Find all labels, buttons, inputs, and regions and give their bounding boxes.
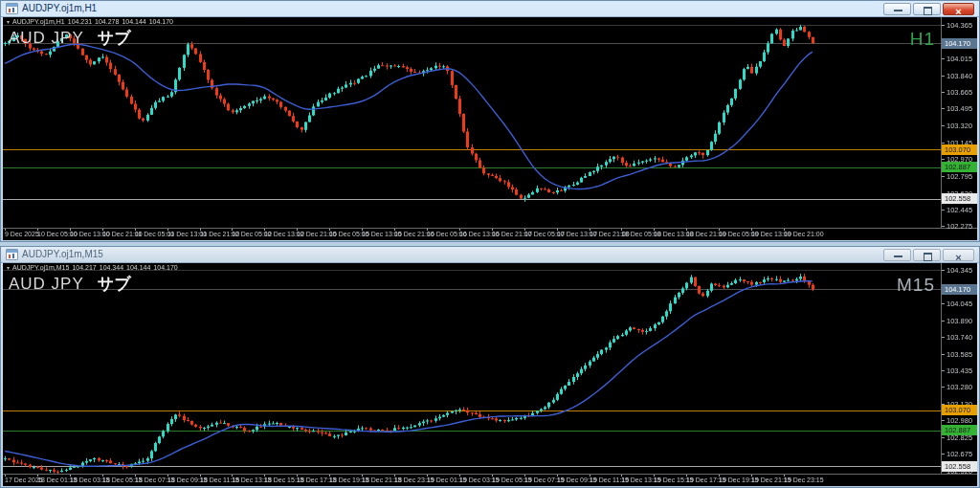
price-tick-label: 103.495 [947,104,972,113]
price-tick-label: 103.665 [947,88,972,97]
price-badge: 102.887 [942,162,977,172]
price-tick-mark [942,354,945,355]
close-button[interactable]: × [943,249,974,261]
price-badge: 102.887 [942,425,977,435]
price-axis[interactable]: 104.345104.045103.890103.740103.585103.4… [942,263,977,474]
high-value: 104.278 [95,18,119,25]
watermark-sub: サブ [98,275,131,293]
price-tick-mark [942,337,945,338]
price-tick-mark [942,420,945,421]
price-tick-mark [942,210,945,211]
time-axis[interactable]: 9 Dec 202510 Dec 05:0010 Dec 13:0010 Dec… [3,229,977,240]
chart-watermark: AUD JPYサブ [9,273,131,295]
price-tick-label: 104.345 [947,266,972,275]
price-badge: 102.558 [942,193,977,204]
watermark-symbol: AUD JPY [9,29,84,47]
ohlc-info-line: ▾AUDJPY.oj1m,H1104.231104.278104.144104.… [7,18,176,25]
close-icon: × [955,252,961,263]
restore-button[interactable] [913,249,941,261]
price-tick-label: 103.320 [947,122,972,130]
price-tick-mark [942,387,945,388]
price-tick-mark [942,125,945,126]
chart-area-m15[interactable]: ▾AUDJPY.oj1m,M15104.217104.344104.144104… [3,263,977,486]
chart-watermark: AUD JPYサブ [9,27,131,49]
price-tick-label: 103.890 [947,317,972,325]
chart-window-m15: AUDJPY.oj1m,M15 × ▾AUDJPY.oj1m,M15104.21… [0,246,980,488]
close-value: 104.170 [149,18,173,25]
window-controls: × [883,249,976,261]
price-tick-label: 103.585 [947,350,972,359]
close-value: 104.170 [153,264,177,271]
price-badge: 104.170 [942,38,977,49]
price-badge: 104.170 [942,284,977,295]
time-axis[interactable]: 17 Dec 202518 Dec 01:1518 Dec 03:1518 De… [3,475,977,486]
price-tick-label: 104.045 [947,299,972,308]
candlestick-canvas-m15[interactable] [3,263,941,474]
price-badge: 103.070 [942,144,977,155]
price-tick-mark [942,176,945,177]
symbol-label: AUDJPY.oj1m,M15 [12,264,69,271]
price-tick-label: 103.280 [947,383,972,391]
price-axis[interactable]: 104.365104.015103.840103.665103.495103.3… [942,17,977,228]
minimize-button[interactable] [883,3,911,15]
price-tick-label: 102.675 [947,450,972,458]
price-tick-mark [942,321,945,322]
low-value: 104.144 [122,18,145,25]
price-tick-mark [942,370,945,371]
high-value: 104.344 [100,264,123,271]
price-tick-mark [942,143,945,144]
price-tick-label: 103.740 [947,333,972,342]
symbol-label: AUDJPY.oj1m,H1 [12,18,65,25]
price-tick-label: 104.365 [947,21,972,30]
watermark-sub: サブ [98,29,131,47]
minimize-icon [894,255,902,257]
candlestick-canvas-h1[interactable] [3,17,941,228]
window-title: AUDJPY.oj1m,M15 [22,247,883,262]
price-tick-mark [942,58,945,59]
price-tick-mark [942,25,945,26]
ohlc-info-line: ▾AUDJPY.oj1m,M15104.217104.344104.144104… [7,264,181,271]
price-tick-mark [942,92,945,93]
timeframe-label-h1: H1 [910,29,935,50]
close-icon: × [955,6,961,17]
minimize-icon [894,10,902,11]
price-tick-mark [942,226,945,227]
price-tick-mark [942,437,945,438]
price-tick-label: 102.445 [947,206,972,214]
time-tick-label: 19 Dec 21:00 [784,231,824,237]
price-tick-mark [942,76,945,77]
restore-button[interactable] [913,3,941,15]
price-tick-label: 102.980 [947,416,972,425]
price-badge: 103.070 [942,405,977,415]
timeframe-label-m15: M15 [897,275,935,296]
restore-icon [924,253,932,261]
price-tick-mark [942,303,945,304]
window-controls: × [883,3,976,15]
time-tick-label: 19 Dec 23:15 [784,477,824,483]
price-tick-label: 103.435 [947,366,972,375]
window-title: AUDJPY.oj1m,H1 [22,1,883,16]
price-tick-mark [942,108,945,109]
price-tick-label: 102.795 [947,172,972,181]
price-tick-label: 103.840 [947,72,972,80]
restore-icon [924,7,932,15]
watermark-symbol: AUD JPY [9,275,84,293]
price-tick-mark [942,454,945,455]
chevron-down-icon[interactable]: ▾ [7,265,10,271]
price-tick-mark [942,159,945,160]
price-tick-label: 104.015 [947,55,972,63]
chart-window-icon [6,3,18,14]
low-value: 104.144 [126,264,150,271]
chart-window-h1: AUDJPY.oj1m,H1 × ▾AUDJPY.oj1m,H1104.2311… [0,0,980,242]
chart-window-icon [6,249,18,260]
titlebar-m15[interactable]: AUDJPY.oj1m,M15 × [1,247,979,263]
chevron-down-icon[interactable]: ▾ [7,19,10,25]
chart-area-h1[interactable]: ▾AUDJPY.oj1m,H1104.231104.278104.144104.… [3,17,977,240]
minimize-button[interactable] [883,249,911,261]
open-value: 104.217 [72,264,96,271]
price-tick-mark [942,270,945,271]
close-button[interactable]: × [943,3,974,15]
open-value: 104.231 [68,18,92,25]
time-tick-label: 9 Dec 2025 [5,231,39,237]
titlebar-h1[interactable]: AUDJPY.oj1m,H1 × [1,1,979,17]
